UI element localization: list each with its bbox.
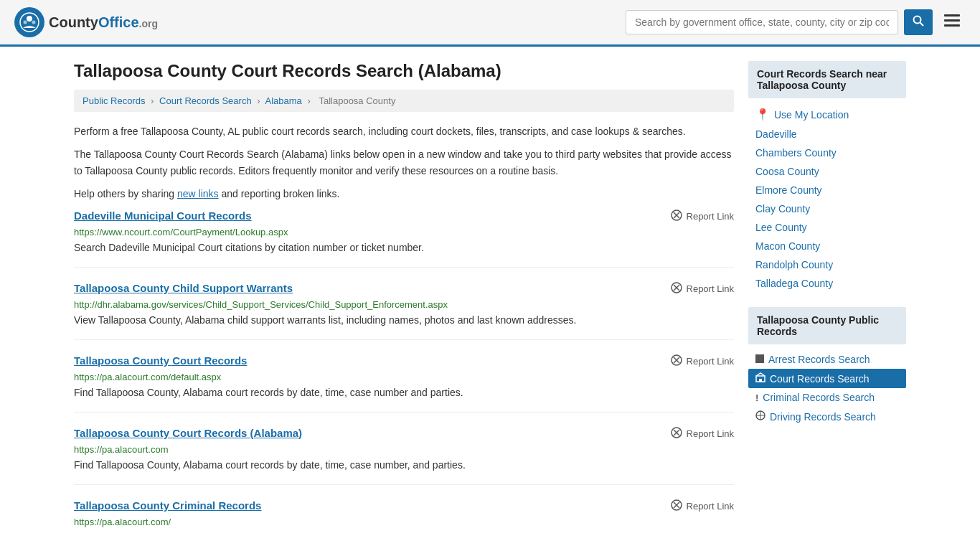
result-url-0[interactable]: https://www.ncourt.com/CourtPayment/Look… (74, 227, 734, 237)
description-1: Perform a free Tallapoosa County, AL pub… (74, 123, 734, 139)
logo-area: CountyOffice.org (14, 7, 158, 37)
public-records-link-2[interactable]: !Criminal Records Search (748, 388, 906, 407)
svg-line-5 (920, 23, 924, 27)
svg-point-0 (20, 13, 39, 32)
result-item: Tallapoosa County Child Support Warrants… (74, 282, 734, 340)
public-records-label-0: Arrest Records Search (768, 354, 870, 365)
sidebar: Court Records Search near Tallapoosa Cou… (748, 61, 906, 551)
breadcrumb-court-records[interactable]: Court Records Search (159, 95, 252, 106)
header: CountyOffice.org (0, 0, 980, 47)
report-icon-0 (671, 209, 682, 224)
public-records-link-0[interactable]: Arrest Records Search (748, 350, 906, 369)
menu-button[interactable] (938, 10, 966, 34)
new-links-link[interactable]: new links (177, 188, 219, 199)
search-area (626, 9, 966, 35)
result-title-2[interactable]: Tallapoosa County Court Records (74, 354, 247, 367)
result-item: Tallapoosa County Criminal Records Repor… (74, 499, 734, 542)
result-title-1[interactable]: Tallapoosa County Child Support Warrants (74, 282, 293, 294)
description-2: The Tallapoosa County Court Records Sear… (74, 146, 734, 179)
result-title-0[interactable]: Dadeville Municipal Court Records (74, 209, 252, 222)
nearby-link-1[interactable]: Chambers County (748, 143, 906, 162)
nearby-section: Court Records Search near Tallapoosa Cou… (748, 61, 906, 293)
public-records-section: Tallapoosa County Public Records Arrest … (748, 307, 906, 426)
result-header-4: Tallapoosa County Criminal Records Repor… (74, 499, 734, 514)
result-title-4[interactable]: Tallapoosa County Criminal Records (74, 499, 261, 512)
report-icon-2 (671, 354, 682, 369)
breadcrumb-current: Tallapoosa County (319, 95, 395, 106)
public-records-label-2: Criminal Records Search (763, 392, 875, 403)
report-icon-4 (671, 499, 682, 514)
logo-text: CountyOffice.org (49, 14, 158, 31)
nearby-link-6[interactable]: Macon County (748, 237, 906, 255)
breadcrumb: Public Records › Court Records Search › … (74, 90, 734, 112)
report-link-1[interactable]: Report Link (671, 282, 734, 296)
nearby-link-8[interactable]: Talladega County (748, 274, 906, 293)
nearby-link-0[interactable]: Dadeville (748, 125, 906, 143)
result-item: Tallapoosa County Court Records (Alabama… (74, 427, 734, 485)
nearby-link-2[interactable]: Coosa County (748, 162, 906, 181)
nearby-link-7[interactable]: Randolph County (748, 255, 906, 274)
report-link-0[interactable]: Report Link (671, 209, 734, 224)
svg-rect-26 (759, 379, 762, 382)
search-input[interactable] (626, 10, 898, 34)
breadcrumb-alabama[interactable]: Alabama (265, 95, 302, 106)
report-label-2: Report Link (687, 356, 734, 367)
svg-rect-7 (944, 19, 960, 22)
svg-rect-24 (755, 354, 764, 363)
result-item: Dadeville Municipal Court Records Report… (74, 209, 734, 268)
page-title: Tallapoosa County Court Records Search (… (74, 61, 734, 81)
public-records-label-3: Driving Records Search (770, 411, 876, 423)
result-url-3[interactable]: https://pa.alacourt.com (74, 444, 734, 455)
nearby-link-4[interactable]: Clay County (748, 199, 906, 218)
nearby-link-3[interactable]: Elmore County (748, 181, 906, 199)
report-icon-3 (671, 427, 682, 441)
result-header-1: Tallapoosa County Child Support Warrants… (74, 282, 734, 296)
search-button[interactable] (904, 9, 933, 35)
public-records-icon-1 (755, 372, 765, 385)
public-records-link-3[interactable]: Driving Records Search (748, 407, 906, 426)
use-location-item[interactable]: 📍 Use My Location (748, 104, 906, 125)
result-url-2[interactable]: https://pa.alacourt.com/default.aspx (74, 372, 734, 382)
svg-rect-8 (944, 24, 960, 27)
result-item: Tallapoosa County Court Records Report L… (74, 354, 734, 413)
public-records-link-1[interactable]: Court Records Search (748, 369, 906, 388)
nearby-link-5[interactable]: Lee County (748, 218, 906, 237)
results-container: Dadeville Municipal Court Records Report… (74, 209, 734, 542)
nearby-links: DadevilleChambers CountyCoosa CountyElmo… (748, 125, 906, 293)
description-3: Help others by sharing new links and rep… (74, 186, 734, 202)
public-records-icon-3 (755, 410, 765, 423)
svg-point-4 (914, 17, 921, 24)
result-title-3[interactable]: Tallapoosa County Court Records (Alabama… (74, 427, 302, 439)
svg-rect-6 (944, 14, 960, 17)
report-label-3: Report Link (687, 428, 734, 439)
result-desc-2: Find Tallapoosa County, Alabama court re… (74, 385, 734, 400)
result-header-2: Tallapoosa County Court Records Report L… (74, 354, 734, 369)
report-link-2[interactable]: Report Link (671, 354, 734, 369)
public-records-header: Tallapoosa County Public Records (748, 307, 906, 344)
location-icon: 📍 (755, 108, 770, 121)
public-records-icon-2: ! (755, 392, 758, 403)
result-header-0: Dadeville Municipal Court Records Report… (74, 209, 734, 224)
public-records-icon-0 (755, 354, 764, 365)
breadcrumb-public-records[interactable]: Public Records (83, 95, 145, 106)
public-records-links: Arrest Records Search Court Records Sear… (748, 350, 906, 426)
report-label-0: Report Link (687, 211, 734, 222)
report-label-4: Report Link (687, 501, 734, 512)
result-url-1[interactable]: http://dhr.alabama.gov/services/Child_Su… (74, 299, 734, 310)
result-header-3: Tallapoosa County Court Records (Alabama… (74, 427, 734, 441)
report-icon-1 (671, 282, 682, 296)
public-records-label-1: Court Records Search (770, 373, 870, 385)
report-link-4[interactable]: Report Link (671, 499, 734, 514)
logo-icon (14, 7, 44, 37)
svg-point-3 (32, 21, 36, 24)
report-label-1: Report Link (687, 283, 734, 294)
nearby-header: Court Records Search near Tallapoosa Cou… (748, 61, 906, 98)
main-container: Tallapoosa County Court Records Search (… (60, 47, 920, 551)
result-desc-1: View Tallapoosa County, Alabama child su… (74, 313, 734, 328)
svg-point-2 (24, 21, 27, 24)
svg-point-1 (27, 16, 32, 22)
result-desc-0: Search Dadeville Municipal Court citatio… (74, 240, 734, 255)
result-url-4[interactable]: https://pa.alacourt.com/ (74, 517, 734, 527)
result-desc-3: Find Tallapoosa County, Alabama court re… (74, 458, 734, 473)
report-link-3[interactable]: Report Link (671, 427, 734, 441)
